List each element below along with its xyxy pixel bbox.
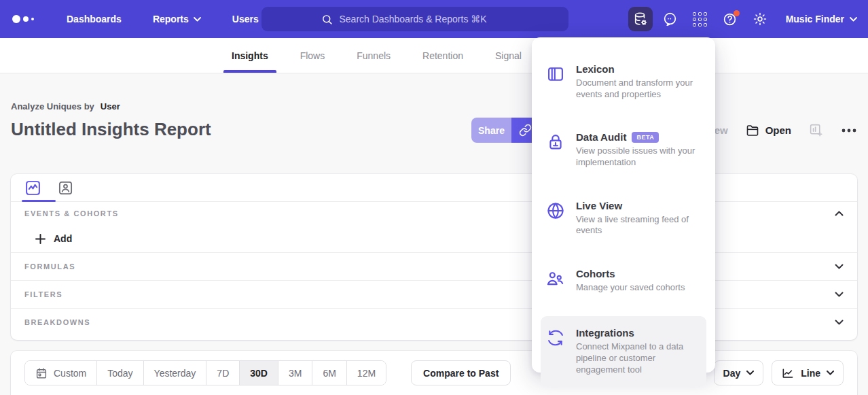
builder-tabs (11, 174, 857, 202)
report-subtitle: Analyze Uniques by User (11, 101, 120, 111)
report-title[interactable]: Untitled Insights Report (11, 119, 211, 140)
tab-flows[interactable]: Flows (300, 38, 325, 73)
settings-gear-icon[interactable] (748, 7, 772, 31)
metrics-tab-icon[interactable] (24, 179, 41, 196)
global-search[interactable] (261, 7, 568, 31)
search-input[interactable] (340, 14, 509, 24)
tab-retention[interactable]: Retention (422, 38, 463, 73)
report-tabbar: Insights Flows Funnels Retention Signal … (0, 38, 868, 73)
data-audit-icon (546, 131, 565, 168)
navbar-right-group: Music Finder (628, 0, 857, 38)
add-event-button[interactable]: Add (11, 225, 857, 252)
chevron-down-icon (746, 371, 754, 375)
tab-insights[interactable]: Insights (232, 38, 268, 73)
chevron-down-icon (850, 17, 857, 22)
search-icon (321, 14, 333, 25)
menu-item-integrations[interactable]: Integrations Connect Mixpanel to a data … (541, 316, 706, 386)
project-switcher[interactable]: Music Finder (786, 14, 857, 24)
lexicon-icon (546, 63, 565, 100)
cohorts-icon (546, 268, 565, 294)
time-controls-card: Custom Today Yesterday 7D 30D 3M 6M 12M … (11, 351, 857, 395)
analysis-entity-selector[interactable]: User (101, 101, 120, 111)
range-3m[interactable]: 3M (278, 361, 312, 385)
plus-icon (35, 234, 46, 244)
active-tab-underline (22, 200, 56, 202)
primary-nav: Dashboards Reports Users (67, 14, 259, 24)
query-builder-card: EVENTS & COHORTS Add FORMULAS FILTERS BR… (11, 174, 857, 340)
section-formulas[interactable]: FORMULAS (11, 252, 857, 280)
menu-item-cohorts[interactable]: Cohorts Manage your saved cohorts (532, 260, 715, 302)
notification-dot (734, 10, 740, 16)
range-custom[interactable]: Custom (25, 361, 97, 385)
share-button[interactable]: Share (471, 118, 511, 143)
live-view-icon (546, 200, 565, 237)
open-report-button[interactable]: Open (746, 124, 791, 137)
add-to-dashboard-icon[interactable] (809, 123, 823, 137)
mixpanel-logo[interactable] (12, 15, 34, 23)
subtitle-prefix: Analyze Uniques by (11, 101, 94, 111)
date-range-segmented-control: Custom Today Yesterday 7D 30D 3M 6M 12M (24, 360, 386, 385)
chevron-up-icon (835, 211, 844, 216)
help-icon[interactable] (718, 7, 742, 31)
menu-item-lexicon[interactable]: Lexicon Document and transform your even… (532, 55, 715, 108)
more-options-icon[interactable] (841, 128, 857, 133)
calendar-icon (35, 367, 48, 379)
chevron-down-icon (835, 264, 844, 269)
data-management-icon[interactable] (628, 7, 653, 31)
section-filters[interactable]: FILTERS (11, 280, 857, 308)
chart-type-selector[interactable]: Line (772, 360, 844, 385)
nav-reports[interactable]: Reports (153, 14, 201, 24)
chevron-down-icon (194, 17, 201, 22)
range-30d[interactable]: 30D (240, 361, 278, 385)
apps-grid-icon[interactable] (688, 7, 712, 31)
feedback-icon[interactable] (658, 7, 683, 31)
integrations-icon (546, 327, 565, 375)
range-yesterday[interactable]: Yesterday (144, 361, 207, 385)
top-navbar: Dashboards Reports Users (0, 0, 868, 38)
share-split-button: Share (471, 118, 539, 143)
nav-dashboards[interactable]: Dashboards (67, 14, 122, 24)
granularity-selector[interactable]: Day (714, 360, 764, 385)
data-management-menu: Lexicon Document and transform your even… (532, 37, 715, 373)
range-7d[interactable]: 7D (206, 361, 240, 385)
line-chart-icon (781, 366, 795, 380)
folder-icon (746, 124, 759, 137)
report-actions: New Open (707, 118, 857, 143)
chevron-down-icon (835, 292, 844, 297)
link-icon (519, 124, 532, 137)
section-events-cohorts[interactable]: EVENTS & COHORTS (11, 202, 857, 225)
profiles-tab-icon[interactable] (57, 179, 74, 196)
chevron-down-icon (835, 320, 844, 325)
tab-funnels[interactable]: Funnels (357, 38, 391, 73)
beta-badge: BETA (632, 132, 659, 143)
tab-signal[interactable]: Signal (495, 38, 522, 73)
section-breakdowns[interactable]: BREAKDOWNS (11, 308, 857, 336)
chevron-down-icon (827, 371, 834, 375)
menu-item-data-audit[interactable]: Data Audit BETA View possible issues wit… (532, 123, 715, 176)
range-6m[interactable]: 6M (312, 361, 346, 385)
compare-to-past-button[interactable]: Compare to Past (411, 360, 511, 385)
nav-users[interactable]: Users (232, 14, 259, 24)
range-today[interactable]: Today (97, 361, 143, 385)
menu-item-live-view[interactable]: Live View View a live streaming feed of … (532, 192, 715, 245)
range-12m[interactable]: 12M (347, 361, 386, 385)
